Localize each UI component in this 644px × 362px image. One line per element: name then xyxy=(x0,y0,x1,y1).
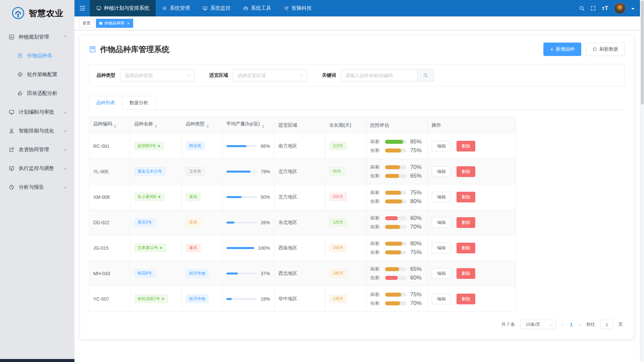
edit-button[interactable]: 编辑 xyxy=(432,294,451,304)
font-size-button[interactable]: тT xyxy=(602,5,608,11)
delete-button[interactable]: 删除 xyxy=(457,268,475,279)
table-column-header[interactable]: 品种编码 xyxy=(89,117,130,133)
notebook-icon xyxy=(17,53,23,58)
total-count: 共 7 条 xyxy=(501,321,515,327)
sidebar-item-smart-scheduling[interactable]: 智能排期与优化 xyxy=(0,121,74,140)
region-text: 华中地区 xyxy=(278,296,297,301)
sidebar-item-rotation-strategy[interactable]: 轮作策略配置 xyxy=(0,65,74,84)
top-navbar: 种植计划与安排系统 系统管理 系统监控 系统工具 智脑科技 xyxy=(74,0,640,16)
keyword-input[interactable] xyxy=(341,69,417,81)
variety-type-tag: 玉米类 xyxy=(186,167,205,176)
disease-resist-row: 病害: 75% xyxy=(370,291,423,298)
pest-label: 虫害: xyxy=(370,300,385,306)
sidebar-item-plan-compile-approval[interactable]: 计划编制与审批 xyxy=(0,103,74,121)
growth-period-tag: 200天 xyxy=(329,193,347,201)
sort-caret-icon[interactable] xyxy=(114,123,116,129)
delete-button[interactable]: 删除 xyxy=(457,243,475,253)
region-select[interactable] xyxy=(233,69,307,81)
sidebar-item-label: 分析与报告 xyxy=(19,184,44,190)
sidebar-item-agri-supply-collab[interactable]: 农资协同管理 xyxy=(0,140,74,159)
table-column-header: 操作 xyxy=(428,117,516,133)
tag-crop-variety-db[interactable]: 作物品种库 × xyxy=(96,19,133,28)
edit-button[interactable]: 编辑 xyxy=(432,243,451,253)
app-logo: 智慧农业 xyxy=(0,0,74,26)
edit-button[interactable]: 编辑 xyxy=(432,217,451,228)
nav-tab-planting-plan-system[interactable]: 种植计划与安排系统 xyxy=(90,0,156,16)
star-icon: ★ xyxy=(158,195,161,199)
filter-keyword: 关键词 xyxy=(322,69,434,81)
page-unit: 页 xyxy=(619,321,623,327)
region-text: 西南地区 xyxy=(278,245,297,250)
yield-percent: 50% xyxy=(261,194,270,200)
disease-resist-row: 病害: 85% xyxy=(370,138,423,145)
variety-type-input[interactable] xyxy=(120,69,195,81)
delete-button[interactable]: 删除 xyxy=(457,166,475,177)
delete-button[interactable]: 删除 xyxy=(457,294,475,304)
sidebar-item-crop-variety-db[interactable]: 作物品种库 xyxy=(0,46,74,65)
external-link-icon xyxy=(9,147,14,153)
pest-percent: 75% xyxy=(410,249,422,256)
add-variety-button[interactable]: + 新增品种 xyxy=(543,43,581,56)
edit-button[interactable]: 编辑 xyxy=(432,268,451,279)
collapse-sidebar-button[interactable] xyxy=(74,0,90,16)
sidebar-item-execution-monitoring[interactable]: 执行监控与调整 xyxy=(0,159,74,178)
variety-type-select[interactable] xyxy=(120,69,195,81)
screen-icon xyxy=(9,109,14,115)
nav-tab-system-admin[interactable]: 系统管理 xyxy=(156,0,196,16)
nav-tab-label: 智脑科技 xyxy=(291,5,312,11)
page-header: 作物品种库管理系统 + 新增品种 刷新数据 xyxy=(89,43,625,56)
prev-page-button[interactable]: ‹ xyxy=(561,322,563,327)
delete-button[interactable]: 删除 xyxy=(457,141,475,152)
table-column-header[interactable]: 品种名称 xyxy=(130,117,182,133)
delete-button[interactable]: 删除 xyxy=(457,192,475,202)
delete-button[interactable]: 删除 xyxy=(457,217,475,228)
variety-type-tag: 经济作物 xyxy=(186,269,209,278)
keyword-search-button[interactable] xyxy=(417,69,434,81)
pest-bar xyxy=(385,174,407,178)
disease-label: 病害: xyxy=(370,241,385,247)
user-menu-caret-icon[interactable] xyxy=(631,8,635,11)
refresh-data-button[interactable]: 刷新数据 xyxy=(586,43,625,56)
goto-page-input[interactable] xyxy=(600,320,613,329)
region-input[interactable] xyxy=(233,69,307,81)
sidebar-item-analysis-report[interactable]: 分析与报告 xyxy=(0,178,74,196)
sidebar-item-field-adapt-analysis[interactable]: 田块适配分析 xyxy=(0,84,74,103)
variety-type-tag: 薯类 xyxy=(186,244,201,252)
edit-button[interactable]: 编辑 xyxy=(432,192,451,202)
sort-caret-icon[interactable] xyxy=(155,123,157,129)
tab-data-analysis[interactable]: 数据分析 xyxy=(122,96,156,110)
pest-bar xyxy=(385,199,407,203)
fullscreen-button[interactable] xyxy=(590,5,596,11)
variety-type-tag: 经济作物 xyxy=(186,295,209,303)
sort-caret-icon[interactable] xyxy=(262,123,264,129)
next-page-button[interactable]: › xyxy=(579,322,581,327)
pest-bar xyxy=(385,250,407,254)
variety-type-tag: 豆类 xyxy=(186,218,201,227)
pest-label: 虫害: xyxy=(370,198,385,204)
close-tag-icon[interactable]: × xyxy=(127,21,130,25)
user-avatar[interactable] xyxy=(614,3,626,14)
table-column-header[interactable]: 平均产量(kg/亩) xyxy=(222,117,274,133)
nav-tab-ai-tech[interactable]: 智脑科技 xyxy=(277,0,318,16)
nav-tab-system-tools[interactable]: 系统工具 xyxy=(237,0,277,16)
variety-name: 京果薯12号 xyxy=(138,245,158,251)
sort-caret-icon[interactable] xyxy=(206,123,209,129)
current-page[interactable]: 1 xyxy=(569,322,574,327)
refresh-icon xyxy=(592,47,597,52)
tag-home[interactable]: 首页 xyxy=(79,19,94,28)
yield-percent: 37% xyxy=(261,271,270,276)
tab-variety-list[interactable]: 品种列表 xyxy=(89,96,122,110)
tags-view-bar: 首页 作物品种库 × xyxy=(74,16,640,30)
nav-tab-system-monitor[interactable]: 系统监控 xyxy=(196,0,237,16)
yield-progress-bar xyxy=(226,273,257,275)
search-button[interactable] xyxy=(579,5,585,11)
scrollbar-thumb[interactable] xyxy=(641,1,644,105)
table-column-header[interactable]: 品种类型 xyxy=(182,117,222,133)
sidebar-item-planting-plan-mgmt[interactable]: 种植规划管理 xyxy=(0,27,74,46)
yield-progress-bar xyxy=(226,145,257,147)
edit-button[interactable]: 编辑 xyxy=(432,141,451,152)
variety-table: 品种编码 品种名称 品种类型 平均产量(kg/亩) 适宜区域 生长期(天) 抗性… xyxy=(89,117,516,312)
edit-button[interactable]: 编辑 xyxy=(432,166,451,177)
region-text: 南方地区 xyxy=(278,143,297,148)
page-size-select[interactable]: 10条/页 xyxy=(520,320,556,329)
